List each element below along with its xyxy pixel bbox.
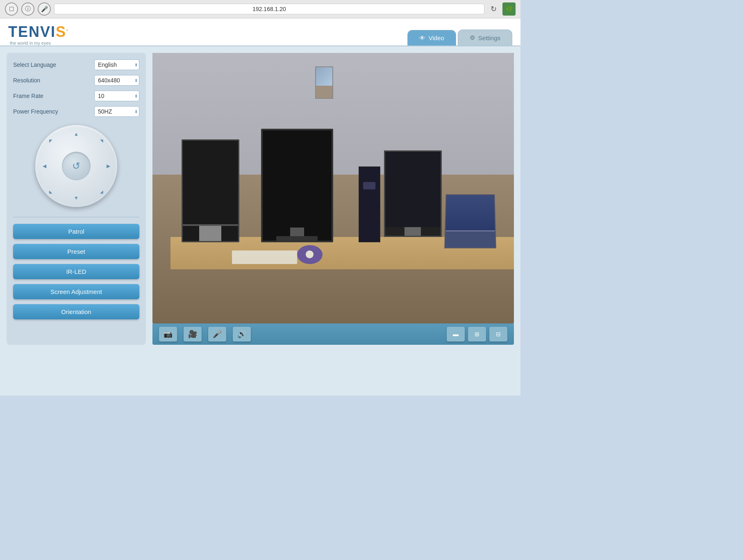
- ptz-down-btn[interactable]: ▼: [70, 192, 82, 204]
- video-panel: 📷 🎥 🎤 🔊 ▬ ⊞: [152, 53, 514, 345]
- browser-chrome: ☐ ⓘ 🎤 192.168.1.20 ↻ 🌿: [0, 0, 520, 18]
- layout-quad-icon: ⊞: [475, 331, 479, 337]
- tabs-area: 👁 Video ⚙ Settings: [407, 30, 512, 46]
- resolution-select-wrapper: 640x480 320x240 1280x720: [94, 75, 139, 86]
- browser-refresh-btn[interactable]: ↻: [488, 3, 499, 15]
- power-freq-select[interactable]: 50HZ 60HZ: [94, 106, 139, 117]
- monitor-laptop: [445, 194, 497, 248]
- browser-app-icon: 🌿: [502, 2, 516, 16]
- tab-settings[interactable]: ⚙ Settings: [458, 30, 512, 46]
- orientation-button[interactable]: Orientation: [13, 304, 139, 319]
- mousepad: [297, 245, 323, 264]
- ptz-left-btn[interactable]: ◀: [39, 160, 50, 172]
- browser-url-bar[interactable]: 192.168.1.20: [54, 4, 484, 14]
- monitor-2: [261, 129, 333, 242]
- ptz-downright-btn[interactable]: ◢: [96, 186, 107, 197]
- logo-text: TENVIS•: [8, 23, 69, 41]
- ptz-container: ▲ ▼ ◀ ▶ ◤ ◥ ◣ ◢ ↺: [13, 125, 139, 207]
- keyboard: [232, 250, 297, 264]
- power-freq-select-wrapper: 50HZ 60HZ: [94, 106, 139, 117]
- speaker-button[interactable]: 🔊: [233, 327, 251, 341]
- divider-1: [13, 217, 139, 217]
- layout-single-button[interactable]: ▬: [447, 327, 465, 341]
- ptz-upright-btn[interactable]: ◥: [96, 135, 107, 146]
- layout-single-icon: ▬: [453, 331, 459, 337]
- record-icon: 🎥: [188, 330, 197, 339]
- tower: [359, 166, 380, 242]
- tab-video[interactable]: 👁 Video: [407, 30, 456, 46]
- main-content: Select Language English Chinese French R…: [0, 46, 520, 351]
- ptz-downleft-btn[interactable]: ◣: [45, 186, 57, 197]
- browser-btn-3[interactable]: 🎤: [38, 2, 51, 16]
- monitor-1: [182, 139, 239, 242]
- app-header: TENVIS• the world in my eyes 👁 Video ⚙ S…: [0, 18, 520, 46]
- settings-tab-icon: ⚙: [470, 34, 475, 41]
- logo-tenvis: TENVI: [8, 23, 56, 40]
- resolution-select[interactable]: 640x480 320x240 1280x720: [94, 75, 139, 86]
- patrol-button[interactable]: Patrol: [13, 224, 139, 239]
- app-container: TENVIS• the world in my eyes 👁 Video ⚙ S…: [0, 18, 520, 396]
- mic-icon: 🎤: [213, 330, 222, 339]
- video-tab-icon: 👁: [419, 34, 425, 41]
- ptz-center-btn[interactable]: ↺: [62, 152, 91, 180]
- video-toolbar: 📷 🎥 🎤 🔊 ▬ ⊞: [152, 323, 514, 345]
- monitor-3: [384, 150, 442, 237]
- ptz-wheel: ▲ ▼ ◀ ▶ ◤ ◥ ◣ ◢ ↺: [35, 125, 117, 207]
- camera-scene: [152, 53, 514, 323]
- preset-button[interactable]: Preset: [13, 244, 139, 259]
- mic-button[interactable]: 🎤: [208, 327, 226, 341]
- ptz-upleft-btn[interactable]: ◤: [45, 135, 57, 146]
- framerate-select-wrapper: 10 15 20 25 30: [94, 91, 139, 101]
- ir-led-button[interactable]: IR-LED: [13, 264, 139, 279]
- ptz-right-btn[interactable]: ▶: [102, 160, 114, 172]
- toolbar-grid-btns: ▬ ⊞ ⊟: [447, 327, 507, 341]
- language-select-wrapper: English Chinese French: [94, 59, 139, 70]
- logo-area: TENVIS• the world in my eyes: [8, 23, 69, 46]
- screenshot-icon: 📷: [164, 330, 173, 339]
- video-feed: [152, 53, 514, 323]
- language-label: Select Language: [13, 61, 56, 68]
- language-select[interactable]: English Chinese French: [94, 59, 139, 70]
- logo-dot: S: [56, 23, 66, 40]
- left-panel: Select Language English Chinese French R…: [7, 53, 146, 345]
- wall-picture: [315, 66, 333, 99]
- layout-multi-button[interactable]: ⊟: [489, 327, 507, 341]
- power-freq-label: Power Frequency: [13, 108, 58, 115]
- framerate-label: Frame Rate: [13, 93, 43, 99]
- framerate-row: Frame Rate 10 15 20 25 30: [13, 91, 139, 101]
- video-tab-label: Video: [429, 34, 444, 41]
- layout-quad-button[interactable]: ⊞: [468, 327, 486, 341]
- layout-multi-icon: ⊟: [496, 331, 501, 337]
- power-freq-row: Power Frequency 50HZ 60HZ: [13, 106, 139, 117]
- language-row: Select Language English Chinese French: [13, 59, 139, 70]
- browser-btn-2[interactable]: ⓘ: [21, 2, 34, 16]
- logo-tagline: the world in my eyes: [10, 41, 69, 46]
- screen-adjustment-button[interactable]: Screen Adjustment: [13, 284, 139, 299]
- ptz-up-btn[interactable]: ▲: [70, 128, 82, 140]
- framerate-select[interactable]: 10 15 20 25 30: [94, 91, 139, 101]
- video-container: [152, 53, 514, 323]
- speaker-icon: 🔊: [237, 330, 246, 339]
- settings-tab-label: Settings: [478, 34, 500, 41]
- browser-btn-1[interactable]: ☐: [5, 2, 18, 16]
- resolution-label: Resolution: [13, 77, 40, 84]
- resolution-row: Resolution 640x480 320x240 1280x720: [13, 75, 139, 86]
- record-button[interactable]: 🎥: [184, 327, 202, 341]
- screenshot-button[interactable]: 📷: [159, 327, 177, 341]
